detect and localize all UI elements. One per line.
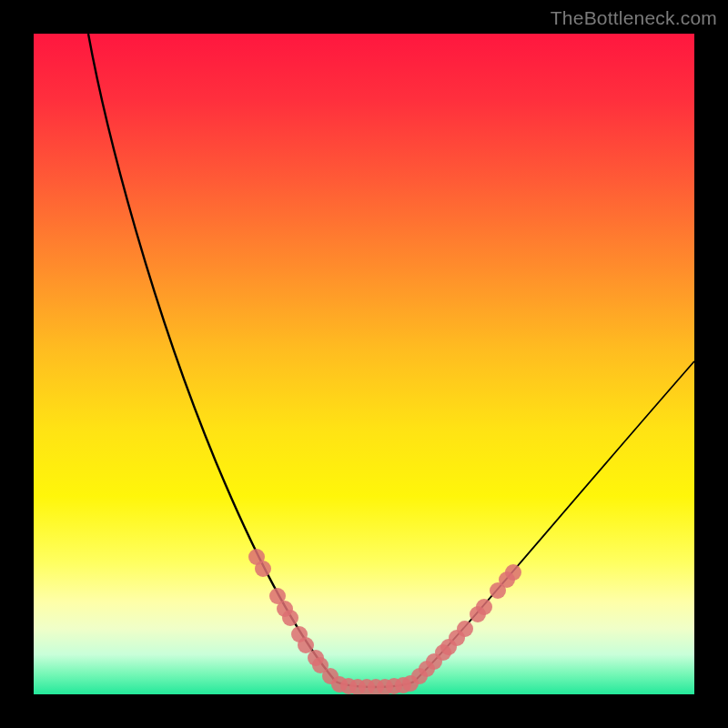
plot-area [34, 34, 694, 694]
chart-frame: TheBottleneck.com [0, 0, 728, 728]
curve-layer [34, 34, 694, 694]
markers-right [411, 564, 521, 684]
markers-left [248, 549, 339, 684]
svg-point-4 [282, 610, 298, 626]
svg-point-18 [476, 599, 492, 615]
svg-point-16 [457, 621, 473, 637]
svg-point-21 [505, 564, 521, 581]
curve-left-branch [88, 34, 336, 682]
watermark-text: TheBottleneck.com [551, 7, 717, 29]
markers-flat [331, 675, 419, 694]
svg-point-30 [402, 675, 419, 692]
svg-point-1 [255, 561, 271, 577]
svg-point-6 [298, 637, 314, 653]
